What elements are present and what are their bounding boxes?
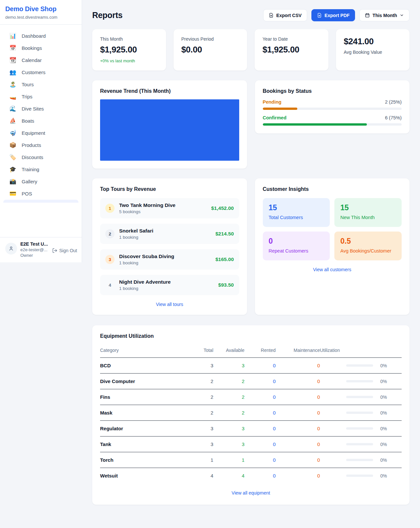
- export-pdf-button[interactable]: Export PDF: [311, 9, 355, 21]
- tour-revenue: $1,452.00: [211, 205, 234, 211]
- sidebar-item-calendar[interactable]: 📆 Calendar: [0, 54, 82, 66]
- pos-icon: 💳: [9, 191, 16, 196]
- view-all-tours-link[interactable]: View all tours: [100, 302, 239, 307]
- view-all-customers-link[interactable]: View all customers: [263, 267, 402, 272]
- cell-category: BCD: [100, 358, 182, 374]
- cell-available: 2: [213, 405, 244, 421]
- insight-tile: 0 Repeat Customers: [263, 232, 330, 260]
- rank-badge: 4: [105, 280, 115, 290]
- equipment-row: Tank 3 3 0 0 0%: [100, 437, 402, 452]
- cell-total: 2: [182, 405, 213, 421]
- sidebar-item-label: Equipment: [22, 130, 45, 136]
- sidebar-item-tours[interactable]: 🏝️ Tours: [0, 78, 82, 91]
- dashboard-icon: 📊: [9, 33, 16, 39]
- charts-row: Revenue Trend (This Month) Bookings by S…: [92, 80, 410, 169]
- tile-label: Avg Bookings/Customer: [340, 248, 396, 254]
- utilization-bar: [346, 412, 373, 414]
- utilization-percent: 0%: [380, 395, 387, 400]
- sign-out-label: Sign Out: [59, 248, 77, 253]
- stat-card: Previous Period $0.00: [174, 29, 247, 71]
- utilization-percent: 0%: [380, 363, 387, 368]
- sign-out-button[interactable]: Sign Out: [52, 248, 77, 253]
- utilization-percent: 0%: [380, 442, 387, 447]
- user-info: E2E Test U... e2e-tester@... Owner: [20, 241, 49, 258]
- sidebar-item-label: Dive Sites: [22, 106, 44, 112]
- sidebar-item-pos[interactable]: 💳 POS: [0, 188, 82, 200]
- cell-rented: 0: [244, 421, 276, 437]
- stat-label: Year to Date: [262, 36, 321, 42]
- view-all-equipment-link[interactable]: View all equipment: [100, 490, 402, 496]
- tour-bookings: 1 booking: [119, 286, 214, 291]
- cell-total: 3: [182, 421, 213, 437]
- utilization-bar: [346, 364, 373, 367]
- cell-category: Fins: [100, 389, 182, 405]
- cell-maintenance: 0: [276, 468, 320, 484]
- brand: Demo Dive Shop demo.test.divestreams.com: [0, 0, 82, 25]
- sidebar-item-label: Trips: [22, 94, 32, 99]
- tour-item[interactable]: 4 Night Dive Adventure 1 booking $93.50: [100, 275, 239, 295]
- tour-item[interactable]: 1 Two Tank Morning Dive 5 bookings $1,45…: [100, 198, 239, 218]
- tour-item[interactable]: 3 Discover Scuba Diving 1 booking $165.0…: [100, 249, 239, 270]
- sidebar-item-bookings[interactable]: 📅 Bookings: [0, 42, 82, 54]
- sidebar-nav: 📊 Dashboard 📅 Bookings 📆 Calendar 👥 Cust…: [0, 25, 82, 200]
- export-csv-button[interactable]: Export CSV: [263, 9, 307, 21]
- equipment-row: Regulator 3 3 0 0 0%: [100, 421, 402, 437]
- sidebar-item-boats[interactable]: ⛵ Boats: [0, 115, 82, 127]
- training-icon: 🎓: [9, 167, 16, 172]
- period-select[interactable]: This Month: [359, 9, 410, 21]
- stat-value: $1,925.00: [100, 45, 158, 55]
- sidebar-item-label: POS: [22, 191, 32, 196]
- bookings-icon: 📅: [9, 45, 16, 51]
- col-maintenance: Maintenance: [276, 345, 320, 358]
- sidebar-item-gallery[interactable]: 📸 Gallery: [0, 175, 82, 188]
- cell-total: 2: [182, 389, 213, 405]
- sidebar-item-equipment[interactable]: 🤿 Equipment: [0, 127, 82, 139]
- sidebar-item-reports-active[interactable]: [3, 200, 78, 203]
- col-category: Category: [100, 345, 182, 358]
- tour-name: Snorkel Safari: [119, 228, 211, 234]
- sidebar-item-dashboard[interactable]: 📊 Dashboard: [0, 30, 82, 42]
- sidebar-item-training[interactable]: 🎓 Training: [0, 163, 82, 175]
- cell-total: 3: [182, 437, 213, 452]
- cell-category: Torch: [100, 452, 182, 468]
- sidebar-item-label: Tours: [22, 82, 34, 87]
- cell-maintenance: 0: [276, 452, 320, 468]
- products-icon: 📦: [9, 142, 16, 148]
- equipment-table: Category Total Available Rented Maintena…: [100, 345, 402, 484]
- rank-badge: 2: [105, 229, 115, 238]
- page-header: Reports Export CSV Export PDF This Month: [92, 9, 410, 21]
- bookings-by-status-card: Bookings by Status Pending 2 (25%) Confi…: [255, 80, 410, 133]
- sidebar-item-label: Discounts: [22, 154, 43, 160]
- tour-revenue: $165.00: [215, 256, 234, 262]
- sidebar-item-products[interactable]: 📦 Products: [0, 139, 82, 151]
- tour-item[interactable]: 2 Snorkel Safari 1 booking $214.50: [100, 224, 239, 244]
- equipment-row: Mask 2 2 0 0 0%: [100, 405, 402, 421]
- cell-rented: 0: [244, 452, 276, 468]
- user-name: E2E Test U...: [20, 241, 49, 247]
- tile-value: 15: [269, 203, 324, 212]
- stat-card: Year to Date $1,925.00: [255, 29, 328, 71]
- person-icon: [8, 246, 14, 252]
- tour-bookings: 5 bookings: [119, 209, 207, 214]
- lists-row: Top Tours by Revenue 1 Two Tank Morning …: [92, 178, 410, 315]
- utilization-bar: [346, 396, 373, 398]
- sidebar-item-label: Boats: [22, 118, 34, 124]
- sidebar-item-discounts[interactable]: 🏷️ Discounts: [0, 151, 82, 163]
- user-role: Owner: [20, 253, 49, 258]
- cell-maintenance: 0: [276, 437, 320, 452]
- sidebar-item-dive-sites[interactable]: 🌊 Dive Sites: [0, 103, 82, 115]
- sidebar-item-trips[interactable]: 🚤 Trips: [0, 91, 82, 103]
- sidebar-item-label: Products: [22, 142, 41, 148]
- trips-icon: 🚤: [9, 94, 16, 99]
- cell-total: 2: [182, 374, 213, 389]
- tour-revenue: $214.50: [215, 231, 234, 237]
- utilization-bar: [346, 475, 373, 477]
- cell-available: 2: [213, 374, 244, 389]
- tile-label: Repeat Customers: [269, 248, 324, 254]
- status-count: 6 (75%): [385, 115, 402, 120]
- rank-badge: 3: [105, 255, 115, 264]
- export-pdf-label: Export PDF: [325, 13, 349, 18]
- utilization-percent: 0%: [380, 457, 387, 463]
- stat-change: +0% vs last month: [100, 58, 158, 63]
- sidebar-item-customers[interactable]: 👥 Customers: [0, 66, 82, 78]
